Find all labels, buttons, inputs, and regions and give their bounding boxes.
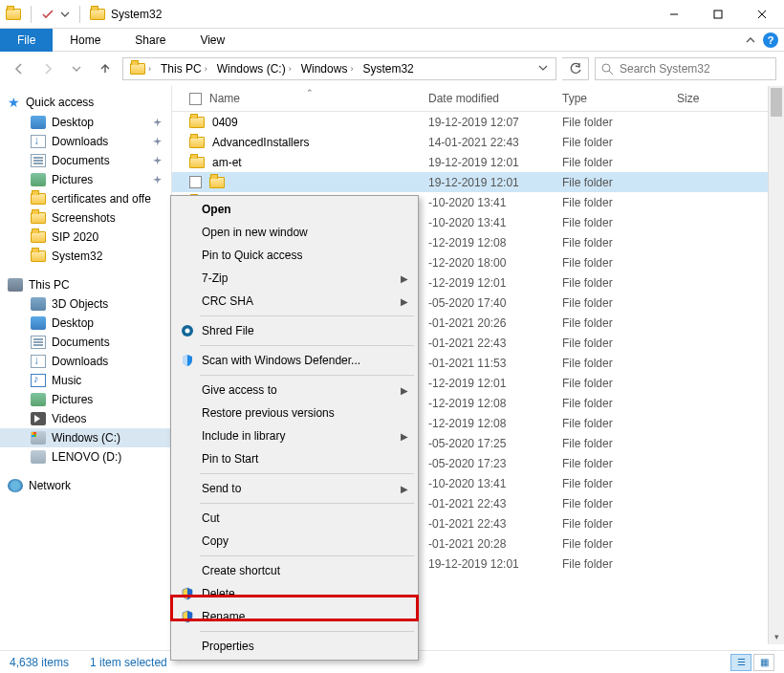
menu-item[interactable]: 7-Zip▶ xyxy=(173,267,416,290)
menu-item[interactable]: Scan with Windows Defender... xyxy=(173,349,416,372)
checkmark-icon[interactable] xyxy=(41,8,54,21)
table-row[interactable]: 0409 19-12-2019 12:07 File folder xyxy=(172,112,784,132)
sidebar-item[interactable]: Pictures xyxy=(0,170,171,189)
collapse-ribbon-icon[interactable] xyxy=(746,35,755,45)
menu-item[interactable]: Properties xyxy=(173,635,416,658)
forward-button[interactable] xyxy=(36,57,59,80)
table-row[interactable]: am-et 19-12-2019 12:01 File folder xyxy=(172,152,784,172)
svg-point-4 xyxy=(602,64,610,72)
sidebar-item[interactable]: Desktop xyxy=(0,314,171,333)
submenu-arrow-icon: ▶ xyxy=(401,273,408,284)
file-type: File folder xyxy=(555,437,669,450)
file-type: File folder xyxy=(555,457,669,470)
search-input[interactable]: Search System32 xyxy=(595,57,776,80)
file-type: File folder xyxy=(555,537,669,551)
sidebar-item[interactable]: certificates and offe xyxy=(0,189,171,208)
menu-item[interactable]: Include in library▶ xyxy=(173,424,416,447)
menu-item[interactable]: Pin to Start xyxy=(173,447,416,470)
sidebar-item[interactable]: Videos xyxy=(0,409,171,428)
table-row[interactable]: 19-12-2019 12:01 File folder xyxy=(172,172,784,192)
menu-item-label: Copy xyxy=(202,534,229,548)
menu-item[interactable]: Rename xyxy=(173,605,416,628)
sidebar-item[interactable]: System32 xyxy=(0,247,171,266)
file-date: 14-01-2021 22:43 xyxy=(421,136,555,149)
menu-item[interactable]: Send to▶ xyxy=(173,477,416,500)
menu-item[interactable]: Give access to▶ xyxy=(173,379,416,402)
folder-icon xyxy=(189,137,205,148)
sidebar-item[interactable]: Downloads xyxy=(0,352,171,371)
sidebar-item[interactable]: Desktop xyxy=(0,113,171,132)
recent-locations-button[interactable] xyxy=(65,57,88,80)
submenu-arrow-icon: ▶ xyxy=(401,484,408,494)
file-type: File folder xyxy=(555,336,669,350)
this-pc-header[interactable]: This PC xyxy=(0,275,171,294)
menu-item[interactable]: Open in new window xyxy=(173,221,416,244)
menu-item[interactable]: CRC SHA▶ xyxy=(173,290,416,313)
col-type[interactable]: Type xyxy=(555,92,669,105)
menu-item[interactable]: Cut xyxy=(173,507,416,530)
chevron-down-icon[interactable] xyxy=(533,62,554,76)
sidebar-item[interactable]: Music xyxy=(0,371,171,390)
back-button[interactable] xyxy=(8,57,31,80)
details-view-button[interactable]: ☰ xyxy=(730,654,751,671)
menu-item[interactable]: Shred File xyxy=(173,319,416,342)
help-button[interactable]: ? xyxy=(763,33,778,48)
file-name: am-et xyxy=(212,156,242,169)
quick-access-header[interactable]: ★Quick access xyxy=(0,92,171,113)
sidebar-item-label: LENOVO (D:) xyxy=(52,450,121,464)
icons-view-button[interactable]: ▦ xyxy=(753,654,774,671)
chevron-down-icon[interactable] xyxy=(60,10,70,19)
menu-item[interactable]: Restore previous versions xyxy=(173,402,416,424)
row-checkbox[interactable] xyxy=(189,176,202,188)
file-tab[interactable]: File xyxy=(0,29,53,52)
file-date: -01-2021 22:43 xyxy=(421,497,555,510)
sidebar-item[interactable]: Documents xyxy=(0,151,171,170)
col-size[interactable]: Size xyxy=(669,92,746,105)
search-placeholder: Search System32 xyxy=(620,62,710,76)
network-header[interactable]: Network xyxy=(0,476,171,495)
file-type: File folder xyxy=(555,397,669,410)
sidebar-item-label: Pictures xyxy=(52,393,93,406)
breadcrumb[interactable]: Windows (C:) xyxy=(217,62,286,76)
menu-item[interactable]: Copy xyxy=(173,530,416,553)
breadcrumb[interactable]: This PC xyxy=(161,62,202,76)
select-all-checkbox[interactable] xyxy=(189,93,202,105)
sidebar-item[interactable]: Screenshots xyxy=(0,208,171,228)
refresh-button[interactable] xyxy=(562,57,589,80)
breadcrumb[interactable]: System32 xyxy=(362,62,413,76)
sidebar-item[interactable]: SIP 2020 xyxy=(0,228,171,247)
col-date[interactable]: Date modified xyxy=(421,92,555,105)
close-button[interactable] xyxy=(740,0,784,29)
sidebar-item[interactable]: LENOVO (D:) xyxy=(0,447,171,467)
sidebar-item[interactable]: Downloads xyxy=(0,132,171,151)
menu-item[interactable]: Open xyxy=(173,198,416,221)
sidebar-item-label: System32 xyxy=(52,250,102,263)
menu-item[interactable]: Pin to Quick access xyxy=(173,244,416,267)
scrollbar[interactable]: ▾ xyxy=(768,86,784,644)
file-type: File folder xyxy=(555,517,669,531)
tab-share[interactable]: Share xyxy=(118,29,183,52)
menu-item[interactable]: Delete xyxy=(173,582,416,605)
menu-item[interactable]: Create shortcut xyxy=(173,559,416,582)
tab-view[interactable]: View xyxy=(183,29,242,52)
up-button[interactable] xyxy=(94,57,117,80)
table-row[interactable]: AdvancedInstallers 14-01-2021 22:43 File… xyxy=(172,132,784,152)
sidebar-item[interactable]: Documents xyxy=(0,333,171,352)
sidebar-item-label: Videos xyxy=(52,412,86,425)
scroll-thumb[interactable] xyxy=(771,88,782,117)
doc-icon xyxy=(31,336,46,349)
breadcrumb[interactable]: Windows xyxy=(301,62,348,76)
tab-home[interactable]: Home xyxy=(53,29,118,52)
address-bar[interactable]: › This PC› Windows (C:)› Windows› System… xyxy=(122,57,556,80)
sidebar-item[interactable]: Pictures xyxy=(0,390,171,409)
file-date: 19-12-2019 12:07 xyxy=(421,116,555,129)
scroll-down-icon[interactable]: ▾ xyxy=(769,628,784,644)
sidebar-item[interactable]: Windows (C:) xyxy=(0,428,171,447)
maximize-button[interactable] xyxy=(696,0,740,29)
sidebar-item[interactable]: 3D Objects xyxy=(0,294,171,314)
obj-icon xyxy=(31,297,46,311)
svg-line-5 xyxy=(609,71,613,75)
col-name[interactable]: Name xyxy=(209,92,240,105)
minimize-button[interactable] xyxy=(652,0,696,29)
file-date: 19-12-2019 12:01 xyxy=(421,176,555,189)
